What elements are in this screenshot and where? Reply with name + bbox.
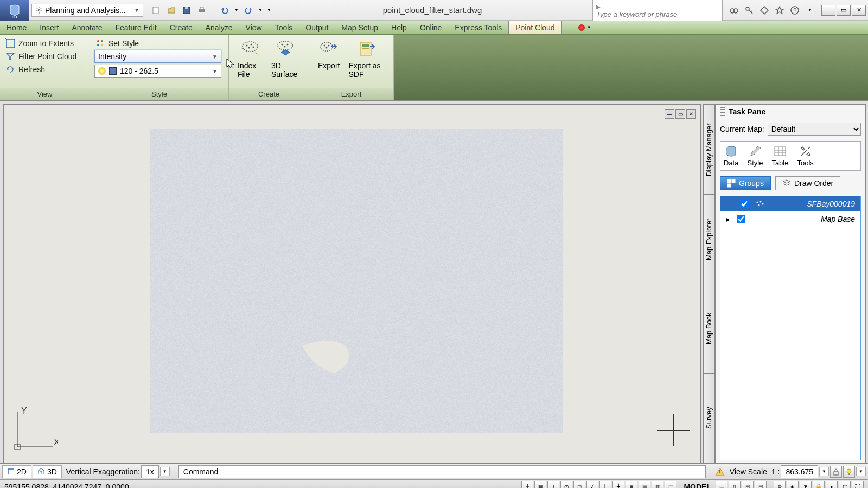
lightbulb-status-icon[interactable]	[843, 466, 855, 478]
help-search-input[interactable]	[596, 10, 719, 18]
polar-icon[interactable]: ◷	[560, 481, 572, 489]
minimize-button[interactable]: ―	[821, 5, 835, 16]
annotation-scale-icon[interactable]: ⚙	[774, 481, 786, 489]
maximize-button[interactable]: ▭	[837, 5, 851, 16]
close-button[interactable]: ✕	[852, 5, 866, 16]
menu-create[interactable]: Create	[163, 21, 199, 34]
ducs-icon[interactable]: L	[599, 481, 611, 489]
help-icon[interactable]: ?	[789, 4, 801, 16]
filter-point-cloud-button[interactable]: Filter Point Cloud	[4, 50, 85, 63]
menu-feature-edit[interactable]: Feature Edit	[108, 21, 163, 34]
set-style-button[interactable]: Set Style	[94, 37, 224, 50]
key-icon[interactable]	[743, 4, 755, 16]
layer-visibility-checkbox[interactable]	[740, 200, 749, 208]
export-sdf-button[interactable]: Export as SDF	[344, 37, 389, 86]
warning-icon[interactable]: !	[714, 466, 725, 477]
sc-icon[interactable]: ◫	[665, 481, 676, 489]
tp-data-button[interactable]: Data	[724, 145, 738, 167]
model-space-label[interactable]: MODEL	[684, 483, 711, 489]
menu-home[interactable]: Home	[0, 21, 33, 34]
vexag-dropdown[interactable]: ▼	[160, 467, 170, 476]
current-map-select[interactable]: Default	[768, 123, 861, 136]
lwt-icon[interactable]: ≡	[626, 481, 637, 489]
command-line[interactable]: Command	[178, 465, 706, 478]
menu-help[interactable]: Help	[385, 21, 413, 34]
ortho-icon[interactable]: ⊥	[547, 481, 559, 489]
qat-undo-dropdown[interactable]: ▼	[233, 4, 240, 17]
binoculars-icon[interactable]	[728, 4, 740, 16]
tab-groups[interactable]: Groups	[720, 176, 771, 190]
isolate-objects-icon[interactable]: ▢	[839, 481, 851, 489]
3d-surface-button[interactable]: 3D Surface	[267, 37, 304, 86]
tab-draw-order[interactable]: Draw Order	[775, 176, 840, 190]
layout-icon-1[interactable]: ▭	[716, 481, 727, 489]
status-more-dropdown[interactable]: ▼	[856, 467, 866, 476]
dyn-icon[interactable]: ╋	[612, 481, 624, 489]
menu-insert[interactable]: Insert	[33, 21, 65, 34]
filter-range-select[interactable]: 120 - 262.5 ▼	[94, 65, 221, 78]
otrack-icon[interactable]: ∠	[586, 481, 598, 489]
layer-visibility-checkbox[interactable]	[737, 215, 745, 223]
side-tab-map-explorer[interactable]: Map Explorer	[704, 194, 714, 284]
qp-icon[interactable]: ▥	[652, 481, 663, 489]
quick-view-layouts-icon[interactable]: ⊞	[742, 481, 754, 489]
snap-icon[interactable]: ┼	[521, 481, 533, 489]
qat-redo-button[interactable]	[242, 4, 255, 17]
view-scale-field[interactable]: 863.675	[781, 465, 818, 478]
record-button[interactable]: ▼	[578, 21, 591, 34]
expand-triangle-icon[interactable]: ▶	[726, 216, 730, 222]
grid-icon[interactable]: ▦	[534, 481, 546, 489]
hardware-accel-icon[interactable]: ▸	[826, 481, 838, 489]
menu-analyze[interactable]: Analyze	[199, 21, 239, 34]
export-button[interactable]: Export	[314, 37, 344, 86]
tpy-icon[interactable]: ▤	[639, 481, 650, 489]
help-dropdown[interactable]: ▼	[804, 4, 816, 16]
grip-icon[interactable]	[720, 107, 725, 116]
star-icon[interactable]	[774, 4, 786, 16]
canvas-close-button[interactable]: ✕	[686, 109, 696, 119]
app-icon[interactable]	[0, 0, 29, 21]
qat-save-button[interactable]	[180, 4, 193, 17]
layout-icon-2[interactable]: ▯	[729, 481, 741, 489]
menu-tools[interactable]: Tools	[269, 21, 299, 34]
menu-point-cloud[interactable]: Point Cloud	[508, 21, 561, 34]
osnap-icon[interactable]: ◻	[573, 481, 585, 489]
canvas-maximize-button[interactable]: ▭	[675, 109, 685, 119]
layer-row-selected[interactable]: SFBay000019	[720, 196, 860, 211]
menu-view[interactable]: View	[239, 21, 269, 34]
menu-online[interactable]: Online	[413, 21, 448, 34]
canvas-minimize-button[interactable]: ―	[665, 109, 674, 119]
side-tab-map-book[interactable]: Map Book	[704, 284, 714, 373]
refresh-button[interactable]: Refresh	[4, 63, 85, 76]
qat-new-button[interactable]	[150, 4, 163, 17]
style-select[interactable]: Intensity ▼	[94, 50, 221, 63]
menu-annotate[interactable]: Annotate	[65, 21, 108, 34]
workspace-selector[interactable]: Planning and Analysis... ▼	[31, 4, 143, 17]
index-file-button[interactable]: Index File	[233, 37, 267, 86]
annotation-visibility-icon[interactable]: ◈	[787, 481, 799, 489]
exchange-icon[interactable]	[758, 4, 770, 16]
mode-2d-button[interactable]: 2D	[2, 465, 31, 478]
menu-express-tools[interactable]: Express Tools	[448, 21, 508, 34]
qat-open-button[interactable]	[165, 4, 178, 17]
side-tab-display-manager[interactable]: Display Manager	[704, 105, 714, 194]
tp-style-button[interactable]: Style	[747, 145, 763, 167]
qat-print-button[interactable]	[195, 4, 208, 17]
help-search-box[interactable]: ▶	[592, 0, 723, 21]
mode-3d-button[interactable]: 3D	[33, 465, 62, 478]
tp-table-button[interactable]: Table	[771, 145, 788, 167]
workspace-switching-icon[interactable]: ▼	[800, 481, 812, 489]
view-scale-dropdown[interactable]: ▼	[819, 467, 829, 476]
toolbar-lock-icon[interactable]: 🔒	[813, 481, 825, 489]
menu-map-setup[interactable]: Map Setup	[335, 21, 385, 34]
qat-more-dropdown[interactable]: ▼	[266, 4, 272, 17]
drawing-canvas[interactable]: ― ▭ ✕ Y X	[3, 104, 701, 463]
lock-icon[interactable]	[830, 466, 842, 478]
layer-row[interactable]: ▶ Map Base	[720, 211, 860, 227]
quick-view-drawings-icon[interactable]: ⊟	[755, 481, 767, 489]
qat-redo-dropdown[interactable]: ▼	[257, 4, 264, 17]
side-tab-survey[interactable]: Survey	[704, 373, 714, 463]
zoom-extents-button[interactable]: Zoom to Extents	[4, 37, 85, 50]
tp-tools-button[interactable]: Tools	[797, 145, 813, 167]
menu-output[interactable]: Output	[299, 21, 335, 34]
